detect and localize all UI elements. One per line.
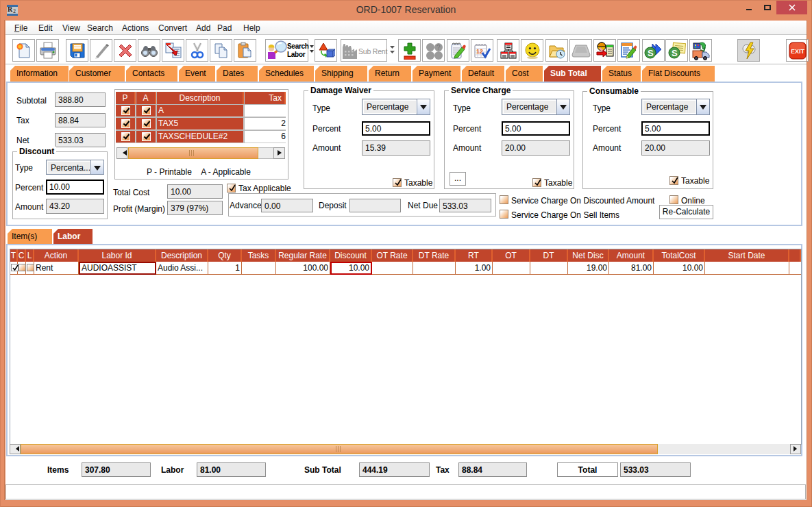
svg-text:?: ? — [436, 44, 441, 51]
svg-text:EXIT: EXIT — [791, 48, 805, 55]
svg-text:S: S — [648, 48, 654, 58]
svg-text:S: S — [672, 48, 678, 58]
